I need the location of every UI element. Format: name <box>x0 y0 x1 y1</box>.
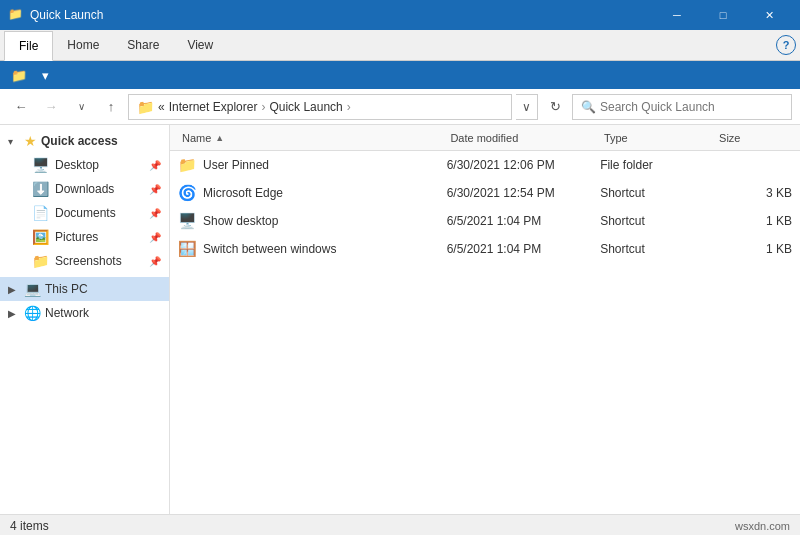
file-cell-type: File folder <box>600 158 715 172</box>
sidebar: ▾ ★ Quick access 🖥️ Desktop 📌 ⬇️ Downloa… <box>0 125 170 514</box>
tab-file[interactable]: File <box>4 31 53 61</box>
address-path[interactable]: 📁 « Internet Explorer › Quick Launch › <box>128 94 512 120</box>
sidebar-item-screenshots[interactable]: 📁 Screenshots 📌 <box>0 249 169 273</box>
col-header-date[interactable]: Date modified <box>446 125 600 150</box>
user-pinned-icon: 📁 <box>178 156 197 174</box>
network-icon: 🌐 <box>24 305 41 321</box>
file-cell-type: Shortcut <box>600 242 715 256</box>
table-row[interactable]: 🪟 Switch between windows 6/5/2021 1:04 P… <box>170 235 800 263</box>
status-item-count: 4 items <box>10 519 49 533</box>
edge-icon: 🌀 <box>178 184 197 202</box>
maximize-button[interactable]: □ <box>700 0 746 30</box>
back-button[interactable]: ← <box>8 94 34 120</box>
sidebar-item-desktop[interactable]: 🖥️ Desktop 📌 <box>0 153 169 177</box>
file-cell-type: Shortcut <box>600 186 715 200</box>
quick-access-label: Quick access <box>41 134 118 148</box>
file-cell-name: 🖥️ Show desktop <box>178 212 447 230</box>
main-layout: ▾ ★ Quick access 🖥️ Desktop 📌 ⬇️ Downloa… <box>0 125 800 514</box>
title-bar: 📁 Quick Launch ─ □ ✕ <box>0 0 800 30</box>
minimize-button[interactable]: ─ <box>654 0 700 30</box>
col-header-size[interactable]: Size <box>715 125 792 150</box>
qat-folder-icon: 📁 <box>8 64 30 86</box>
file-cell-type: Shortcut <box>600 214 715 228</box>
close-button[interactable]: ✕ <box>746 0 792 30</box>
ribbon: File Home Share View ? <box>0 30 800 61</box>
file-cell-name: 📁 User Pinned <box>178 156 447 174</box>
forward-button[interactable]: → <box>38 94 64 120</box>
file-list-header: Name ▲ Date modified Type Size <box>170 125 800 151</box>
this-pc-icon: 💻 <box>24 281 41 297</box>
col-header-type[interactable]: Type <box>600 125 715 150</box>
sidebar-downloads-label: Downloads <box>55 182 114 196</box>
screenshots-icon: 📁 <box>32 253 49 269</box>
file-cell-date: 6/5/2021 1:04 PM <box>447 214 601 228</box>
table-row[interactable]: 📁 User Pinned 6/30/2021 12:06 PM File fo… <box>170 151 800 179</box>
address-bar: ← → ∨ ↑ 📁 « Internet Explorer › Quick La… <box>0 89 800 125</box>
documents-icon: 📄 <box>32 205 49 221</box>
search-box: 🔍 <box>572 94 792 120</box>
quick-access-expand-icon: ▾ <box>8 136 20 147</box>
help-button[interactable]: ? <box>776 35 796 55</box>
sort-arrow-icon: ▲ <box>215 133 224 143</box>
sidebar-documents-label: Documents <box>55 206 116 220</box>
desktop-icon: 🖥️ <box>32 157 49 173</box>
ribbon-tabs: File Home Share View ? <box>0 30 800 60</box>
col-header-name[interactable]: Name ▲ <box>178 125 446 150</box>
this-pc-expand-icon: ▶ <box>8 284 20 295</box>
tab-view[interactable]: View <box>173 30 227 60</box>
file-cell-size: 1 KB <box>715 242 792 256</box>
address-dropdown-button[interactable]: ∨ <box>516 94 538 120</box>
user-pinned-name: User Pinned <box>203 158 269 172</box>
show-desktop-name: Show desktop <box>203 214 278 228</box>
status-watermark: wsxdn.com <box>735 520 790 532</box>
up-button[interactable]: ↑ <box>98 94 124 120</box>
file-cell-date: 6/30/2021 12:54 PM <box>447 186 601 200</box>
quick-access-header[interactable]: ▾ ★ Quick access <box>0 129 169 153</box>
path-sep-2: › <box>347 100 351 114</box>
tab-share[interactable]: Share <box>113 30 173 60</box>
status-bar: 4 items wsxdn.com <box>0 514 800 535</box>
screenshots-pin-icon: 📌 <box>149 256 161 267</box>
recent-locations-button[interactable]: ∨ <box>68 94 94 120</box>
file-cell-size: 3 KB <box>715 186 792 200</box>
title-bar-icon: 📁 <box>8 7 24 23</box>
sidebar-item-downloads[interactable]: ⬇️ Downloads 📌 <box>0 177 169 201</box>
sidebar-item-pictures[interactable]: 🖼️ Pictures 📌 <box>0 225 169 249</box>
sidebar-pictures-label: Pictures <box>55 230 98 244</box>
refresh-button[interactable]: ↻ <box>542 94 568 120</box>
sidebar-screenshots-label: Screenshots <box>55 254 122 268</box>
path-sep-1: › <box>261 100 265 114</box>
sidebar-item-network[interactable]: ▶ 🌐 Network <box>0 301 169 325</box>
search-input[interactable] <box>600 100 783 114</box>
qat-dropdown[interactable]: ▾ <box>34 64 56 86</box>
quick-access-star-icon: ★ <box>24 133 37 149</box>
col-name-label: Name <box>182 132 211 144</box>
pictures-pin-icon: 📌 <box>149 232 161 243</box>
sidebar-item-this-pc[interactable]: ▶ 💻 This PC <box>0 277 169 301</box>
this-pc-label: This PC <box>45 282 88 296</box>
pictures-icon: 🖼️ <box>32 229 49 245</box>
table-row[interactable]: 🖥️ Show desktop 6/5/2021 1:04 PM Shortcu… <box>170 207 800 235</box>
downloads-pin-icon: 📌 <box>149 184 161 195</box>
edge-name: Microsoft Edge <box>203 186 283 200</box>
desktop-pin-icon: 📌 <box>149 160 161 171</box>
downloads-icon: ⬇️ <box>32 181 49 197</box>
file-cell-name: 🪟 Switch between windows <box>178 240 447 258</box>
col-type-label: Type <box>604 132 628 144</box>
col-size-label: Size <box>719 132 740 144</box>
show-desktop-icon: 🖥️ <box>178 212 197 230</box>
tab-home[interactable]: Home <box>53 30 113 60</box>
file-cell-size: 1 KB <box>715 214 792 228</box>
address-folder-icon: 📁 <box>137 99 154 115</box>
search-icon: 🔍 <box>581 100 596 114</box>
switch-windows-name: Switch between windows <box>203 242 336 256</box>
quick-access-toolbar: 📁 ▾ <box>0 61 800 89</box>
table-row[interactable]: 🌀 Microsoft Edge 6/30/2021 12:54 PM Shor… <box>170 179 800 207</box>
file-list: Name ▲ Date modified Type Size 📁 User Pi… <box>170 125 800 514</box>
file-cell-date: 6/30/2021 12:06 PM <box>447 158 601 172</box>
path-ql: Quick Launch <box>269 100 342 114</box>
col-date-label: Date modified <box>450 132 518 144</box>
switch-windows-icon: 🪟 <box>178 240 197 258</box>
title-bar-controls: ─ □ ✕ <box>654 0 792 30</box>
sidebar-item-documents[interactable]: 📄 Documents 📌 <box>0 201 169 225</box>
